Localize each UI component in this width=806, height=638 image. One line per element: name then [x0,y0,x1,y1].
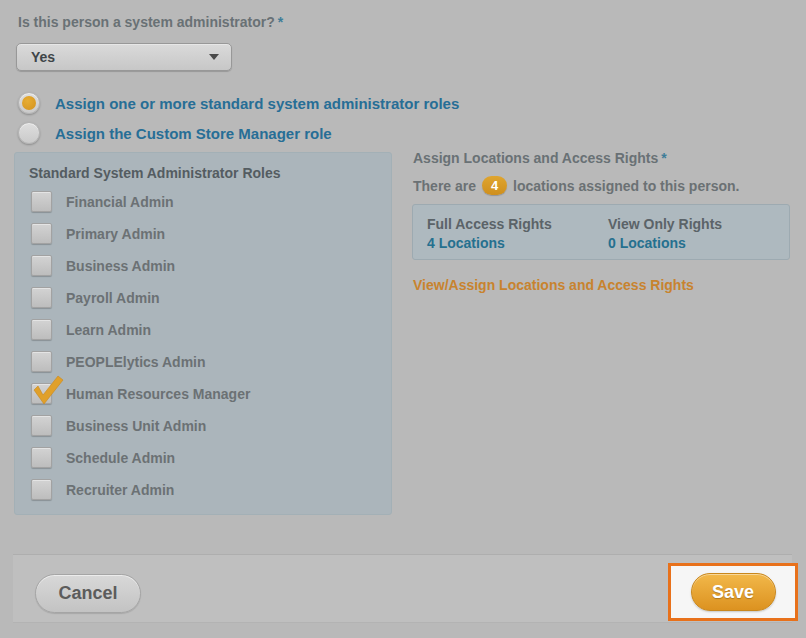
role-row-financial-admin[interactable]: Financial Admin [31,191,391,212]
full-access-column: Full Access Rights 4 Locations [427,215,608,259]
role-row-learn-admin[interactable]: Learn Admin [31,319,391,340]
radio-button[interactable] [18,122,40,144]
cancel-button[interactable]: Cancel [35,574,141,613]
role-row-schedule-admin[interactable]: Schedule Admin [31,447,391,468]
checkbox[interactable] [31,383,52,404]
role-label: PEOPLElytics Admin [66,354,206,370]
footer-bar: Cancel Save [13,554,792,623]
admin-question-label: Is this person a system administrator?* [18,14,283,30]
full-access-locations-link[interactable]: 4 Locations [427,234,608,253]
role-row-human-resources-manager[interactable]: Human Resources Manager [31,383,391,404]
role-label: Business Admin [66,258,175,274]
access-rights-box: Full Access Rights 4 Locations View Only… [412,204,790,260]
role-label: Payroll Admin [66,290,160,306]
role-row-business-unit-admin[interactable]: Business Unit Admin [31,415,391,436]
radio-button[interactable] [18,92,40,114]
summary-prefix: There are [413,178,476,194]
checkbox[interactable] [31,255,52,276]
radio-option-standard-roles[interactable]: Assign one or more standard system admin… [18,91,459,115]
admin-dropdown-value: Yes [31,49,209,65]
chevron-down-icon [209,54,219,60]
checkbox[interactable] [31,447,52,468]
check-icon [31,374,65,405]
role-label: Human Resources Manager [66,386,250,402]
radio-option-custom-store-manager[interactable]: Assign the Custom Store Manager role [18,121,332,145]
save-button[interactable]: Save [691,573,776,611]
role-row-peoplelytics-admin[interactable]: PEOPLElytics Admin [31,351,391,372]
summary-suffix: locations assigned to this person. [513,178,739,194]
view-only-label: View Only Rights [608,215,789,234]
role-row-business-admin[interactable]: Business Admin [31,255,391,276]
role-label: Financial Admin [66,194,174,210]
role-row-payroll-admin[interactable]: Payroll Admin [31,287,391,308]
role-row-recruiter-admin[interactable]: Recruiter Admin [31,479,391,500]
role-row-primary-admin[interactable]: Primary Admin [31,223,391,244]
locations-title-text: Assign Locations and Access Rights [413,150,658,166]
checkbox[interactable] [31,351,52,372]
form-panel: Is this person a system administrator?* … [0,0,806,638]
checkbox[interactable] [31,479,52,500]
required-asterisk: * [278,14,283,30]
role-label: Primary Admin [66,226,165,242]
full-access-label: Full Access Rights [427,215,608,234]
admin-question-text: Is this person a system administrator? [18,14,275,30]
radio-option-label: Assign one or more standard system admin… [55,95,459,112]
checkbox[interactable] [31,319,52,340]
locations-summary: There are 4 locations assigned to this p… [413,176,739,195]
checkbox[interactable] [31,415,52,436]
locations-title: Assign Locations and Access Rights* [413,150,667,166]
role-label: Learn Admin [66,322,151,338]
admin-dropdown[interactable]: Yes [16,43,232,71]
view-only-locations-link[interactable]: 0 Locations [608,234,789,253]
view-only-column: View Only Rights 0 Locations [608,215,789,259]
roles-panel-title: Standard System Administrator Roles [29,165,391,181]
location-count-badge: 4 [482,176,507,195]
checkbox[interactable] [31,287,52,308]
save-button-highlight: Save [668,563,798,621]
role-label: Schedule Admin [66,450,175,466]
standard-roles-panel: Standard System Administrator Roles Fina… [14,152,392,515]
radio-option-label: Assign the Custom Store Manager role [55,125,332,142]
required-asterisk: * [661,150,666,166]
view-assign-locations-link[interactable]: View/Assign Locations and Access Rights [413,277,694,293]
checkbox[interactable] [31,191,52,212]
role-label: Recruiter Admin [66,482,174,498]
role-label: Business Unit Admin [66,418,206,434]
checkbox[interactable] [31,223,52,244]
